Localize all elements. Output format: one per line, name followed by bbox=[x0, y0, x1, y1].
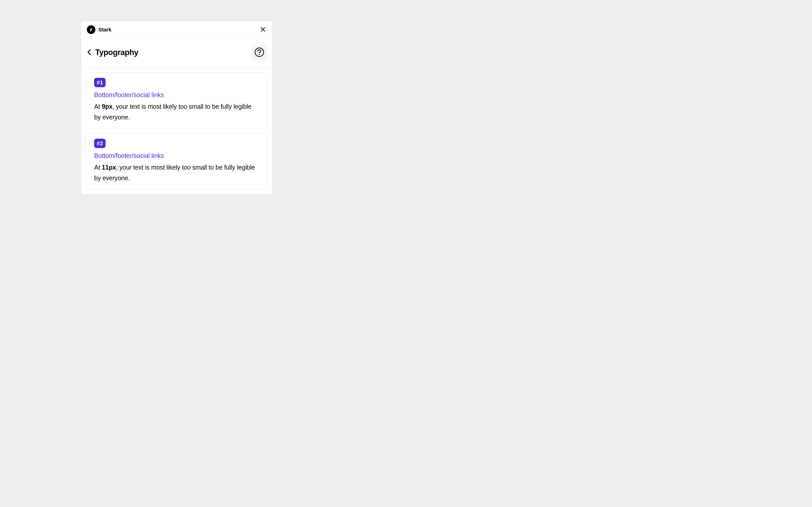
close-button[interactable] bbox=[259, 25, 267, 34]
help-button[interactable] bbox=[252, 45, 267, 60]
issue-desc-prefix: At bbox=[94, 103, 102, 110]
issue-description: At 11px, your text is most likely too sm… bbox=[94, 162, 259, 183]
page-title: Typography bbox=[95, 48, 138, 57]
issue-desc-size: 11px bbox=[102, 164, 116, 171]
svg-point-0 bbox=[255, 48, 264, 57]
chevron-left-icon bbox=[87, 49, 92, 56]
issue-path: Bottom/footer/social links bbox=[94, 91, 259, 99]
issue-desc-prefix: At bbox=[94, 164, 102, 171]
issue-desc-suffix: , your text is most likely too small to … bbox=[94, 103, 251, 121]
issues-list: #1 Bottom/footer/social links At 9px, yo… bbox=[81, 68, 272, 189]
panel-subheader: Typography bbox=[81, 38, 272, 68]
issue-desc-size: 9px bbox=[102, 103, 112, 110]
back-button[interactable] bbox=[85, 48, 94, 57]
issue-badge: #2 bbox=[94, 139, 106, 148]
help-icon bbox=[254, 47, 264, 58]
subheader-left: Typography bbox=[85, 48, 138, 57]
stark-panel: Stark Typography bbox=[81, 21, 272, 194]
header-left: Stark bbox=[87, 25, 112, 34]
svg-point-1 bbox=[259, 54, 260, 55]
issue-card[interactable]: #1 Bottom/footer/social links At 9px, yo… bbox=[86, 72, 267, 129]
issue-path: Bottom/footer/social links bbox=[94, 152, 259, 160]
panel-header: Stark bbox=[81, 21, 272, 38]
issue-desc-suffix: , your text is most likely too small to … bbox=[94, 164, 255, 181]
app-name: Stark bbox=[98, 26, 112, 33]
stark-logo-icon bbox=[87, 25, 95, 34]
issue-description: At 9px, your text is most likely too sma… bbox=[94, 101, 259, 122]
close-icon bbox=[260, 26, 266, 33]
issue-badge: #1 bbox=[94, 78, 106, 87]
issue-card[interactable]: #2 Bottom/footer/social links At 11px, y… bbox=[86, 133, 267, 189]
